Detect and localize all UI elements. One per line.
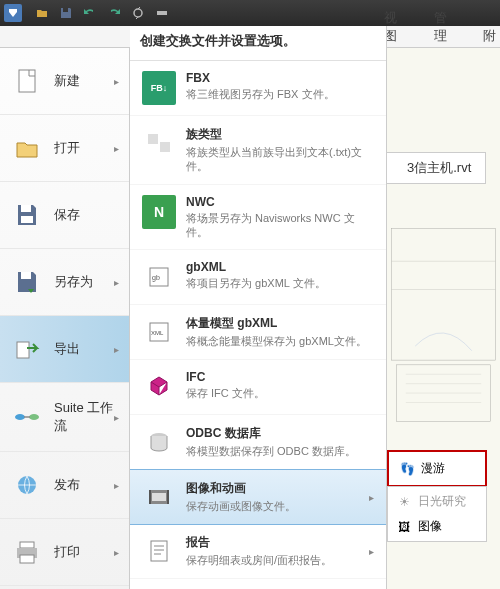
export-fbx-title: FBX xyxy=(186,71,374,85)
export-odbc-title: ODBC 数据库 xyxy=(186,425,374,442)
chevron-right-icon: ▸ xyxy=(114,76,119,87)
export-mass-gbxml[interactable]: XML 体量模型 gbXML将概念能量模型保存为 gbXML文件。 xyxy=(130,305,386,360)
export-family-title: 族类型 xyxy=(186,126,374,143)
chevron-right-icon: ▸ xyxy=(114,277,119,288)
svg-rect-28 xyxy=(167,490,169,504)
export-gbxml-title: gbXML xyxy=(186,260,374,274)
footsteps-icon: 👣 xyxy=(399,461,415,477)
export-options[interactable]: 选项设置 CAD 和 IFC 的导出选项。 ▸ xyxy=(130,579,386,589)
menu-publish-label: 发布 xyxy=(54,476,114,494)
save-disk-icon xyxy=(10,198,44,232)
chevron-right-icon: ▸ xyxy=(114,547,119,558)
export-fbx-desc: 将三维视图另存为 FBX 文件。 xyxy=(186,87,374,101)
svg-rect-14 xyxy=(20,542,34,548)
svg-rect-29 xyxy=(151,541,167,561)
menu-new-label: 新建 xyxy=(54,72,114,90)
open-folder-icon xyxy=(10,131,44,165)
export-family-desc: 将族类型从当前族导出到文本(.txt)文件。 xyxy=(186,145,374,174)
menu-saveas[interactable]: 另存为 ▸ xyxy=(0,249,129,316)
svg-rect-19 xyxy=(160,142,170,152)
menu-open-label: 打开 xyxy=(54,139,114,157)
svg-rect-9 xyxy=(21,272,31,279)
export-mass-title: 体量模型 gbXML xyxy=(186,315,374,332)
chevron-right-icon: ▸ xyxy=(114,412,119,423)
menu-save[interactable]: 保存 xyxy=(0,182,129,249)
export-options-list: FB↓ FBX将三维视图另存为 FBX 文件。 族类型将族类型从当前族导出到文本… xyxy=(130,61,386,589)
suite-workflow-icon xyxy=(10,400,44,434)
svg-rect-16 xyxy=(20,555,34,563)
svg-point-12 xyxy=(29,414,39,420)
menu-suite[interactable]: Suite 工作流 ▸ xyxy=(0,383,129,452)
export-odbc[interactable]: ODBC 数据库将模型数据保存到 ODBC 数据库。 xyxy=(130,415,386,470)
menu-open[interactable]: 打开 ▸ xyxy=(0,115,129,182)
export-gbxml[interactable]: gb gbXML将项目另存为 gbXML 文件。 xyxy=(130,250,386,305)
chevron-right-icon: ▸ xyxy=(369,546,374,557)
flyout-walkthrough[interactable]: 👣 漫游 xyxy=(393,456,481,481)
undo-icon[interactable] xyxy=(79,3,101,23)
flyout-solar-label: 日光研究 xyxy=(418,493,466,510)
flyout-solar-study[interactable]: ☀ 日光研究 xyxy=(390,489,484,514)
export-icon xyxy=(10,332,44,366)
tab-addins[interactable]: 附 xyxy=(479,25,500,47)
chevron-right-icon: ▸ xyxy=(114,143,119,154)
menu-suite-label: Suite 工作流 xyxy=(54,399,114,435)
export-ifc-desc: 保存 IFC 文件。 xyxy=(186,386,374,400)
flyout-image[interactable]: 🖼 图像 xyxy=(390,514,484,539)
sync-icon[interactable] xyxy=(127,3,149,23)
new-file-icon xyxy=(10,64,44,98)
save-icon[interactable] xyxy=(55,3,77,23)
export-reports[interactable]: 报告保存明细表或房间/面积报告。 ▸ xyxy=(130,524,386,579)
svg-rect-18 xyxy=(148,134,158,144)
chevron-right-icon: ▸ xyxy=(114,344,119,355)
export-reports-title: 报告 xyxy=(186,534,369,551)
saveas-icon xyxy=(10,265,44,299)
export-nwc[interactable]: N NWC将场景另存为 Navisworks NWC 文件。 xyxy=(130,185,386,251)
export-ifc[interactable]: IFC保存 IFC 文件。 xyxy=(130,360,386,415)
svg-rect-10 xyxy=(17,342,29,358)
nwc-icon: N xyxy=(142,195,176,229)
export-fbx[interactable]: FB↓ FBX将三维视图另存为 FBX 文件。 xyxy=(130,61,386,116)
chevron-right-icon: ▸ xyxy=(114,480,119,491)
svg-rect-6 xyxy=(19,70,35,92)
menu-publish[interactable]: 发布 ▸ xyxy=(0,452,129,519)
flyout-walkthrough-label: 漫游 xyxy=(421,460,445,477)
export-family-types[interactable]: 族类型将族类型从当前族导出到文本(.txt)文件。 xyxy=(130,116,386,185)
menu-print-label: 打印 xyxy=(54,543,114,561)
ifc-icon xyxy=(142,370,176,404)
mass-gbxml-icon: XML xyxy=(142,315,176,349)
redo-icon[interactable] xyxy=(103,3,125,23)
images-animation-flyout: 👣 漫游 xyxy=(387,450,487,487)
export-nwc-title: NWC xyxy=(186,195,374,209)
quick-access-toolbar xyxy=(0,0,500,26)
menu-export-label: 导出 xyxy=(54,340,114,358)
open-icon[interactable] xyxy=(31,3,53,23)
database-icon xyxy=(142,425,176,459)
menu-print[interactable]: 打印 ▸ xyxy=(0,519,129,586)
menu-new[interactable]: 新建 ▸ xyxy=(0,48,129,115)
export-images-animation[interactable]: 图像和动画保存动画或图像文件。 ▸ xyxy=(130,469,386,525)
measure-icon[interactable] xyxy=(151,3,173,23)
export-mass-desc: 将概念能量模型保存为 gbXML文件。 xyxy=(186,334,374,348)
menu-save-label: 保存 xyxy=(54,206,119,224)
fbx-icon: FB↓ xyxy=(142,71,176,105)
export-gbxml-desc: 将项目另存为 gbXML 文件。 xyxy=(186,276,374,290)
svg-point-11 xyxy=(15,414,25,420)
print-icon xyxy=(10,535,44,569)
app-logo[interactable] xyxy=(4,4,22,22)
menu-export[interactable]: 导出 ▸ xyxy=(0,316,129,383)
document-tab[interactable]: 3信主机.rvt xyxy=(387,152,486,184)
export-odbc-desc: 将模型数据保存到 ODBC 数据库。 xyxy=(186,444,374,458)
export-images-desc: 保存动画或图像文件。 xyxy=(186,499,369,513)
family-type-icon xyxy=(142,126,176,160)
sun-icon: ☀ xyxy=(396,494,412,510)
svg-text:XML: XML xyxy=(151,330,164,336)
filmstrip-icon xyxy=(142,480,176,514)
export-ifc-title: IFC xyxy=(186,370,374,384)
images-animation-flyout-rest: ☀ 日光研究 🖼 图像 xyxy=(387,486,487,542)
export-submenu-panel: 创建交换文件并设置选项。 FB↓ FBX将三维视图另存为 FBX 文件。 族类型… xyxy=(130,26,387,589)
svg-rect-1 xyxy=(157,11,167,15)
chevron-right-icon: ▸ xyxy=(369,492,374,503)
svg-rect-8 xyxy=(21,216,33,223)
tab-manage[interactable]: 管理 xyxy=(430,7,464,47)
svg-rect-2 xyxy=(392,228,496,360)
